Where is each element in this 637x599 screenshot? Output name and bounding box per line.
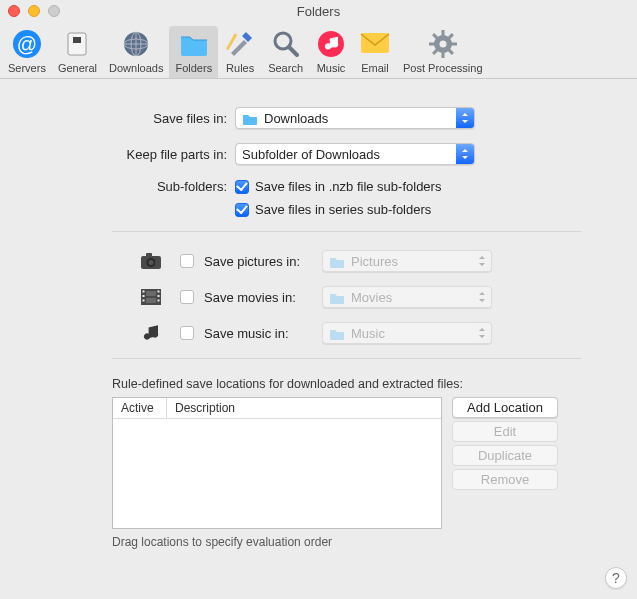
- svg-rect-35: [146, 291, 156, 296]
- pictures-value: Pictures: [351, 254, 473, 269]
- svg-rect-18: [429, 43, 435, 46]
- svg-rect-29: [143, 291, 145, 293]
- save-movies-checkbox[interactable]: [180, 290, 194, 304]
- svg-rect-16: [441, 30, 444, 36]
- save-music-label: Save music in:: [204, 326, 322, 341]
- svg-rect-19: [451, 43, 457, 46]
- save-files-value: Downloads: [264, 111, 456, 126]
- rules-table[interactable]: Active Description: [112, 397, 442, 529]
- chevron-updown-icon: [473, 251, 491, 271]
- svg-rect-17: [441, 52, 444, 58]
- toolbar-item-folders[interactable]: Folders: [169, 26, 218, 78]
- music-value: Music: [351, 326, 473, 341]
- folder-icon: [242, 112, 258, 125]
- sub-folders-label: Sub-folders:: [0, 179, 235, 194]
- titlebar: Folders: [0, 0, 637, 22]
- svg-rect-13: [361, 33, 389, 53]
- music-note-icon: [140, 323, 162, 343]
- col-description[interactable]: Description: [167, 398, 441, 418]
- svg-rect-9: [226, 33, 237, 50]
- toolbar-item-email[interactable]: Email: [353, 26, 397, 78]
- svg-text:@: @: [17, 33, 37, 55]
- col-active[interactable]: Active: [113, 398, 167, 418]
- svg-line-11: [289, 47, 297, 55]
- toolbar-item-general[interactable]: General: [52, 26, 103, 78]
- save-files-label: Save files in:: [0, 111, 235, 126]
- keep-parts-value: Subfolder of Downloads: [242, 147, 456, 162]
- svg-rect-36: [146, 298, 156, 303]
- folder-icon: [178, 28, 210, 60]
- nzb-subfolders-label: Save files in .nzb file sub-folders: [255, 179, 441, 194]
- chevron-updown-icon: [473, 287, 491, 307]
- toolbar-item-music[interactable]: Music: [309, 26, 353, 78]
- series-subfolders-label: Save files in series sub-folders: [255, 202, 431, 217]
- remove-button: Remove: [452, 469, 558, 490]
- svg-rect-31: [143, 300, 145, 302]
- toolbar-item-search[interactable]: Search: [262, 26, 309, 78]
- toolbar-item-rules[interactable]: Rules: [218, 26, 262, 78]
- save-pictures-label: Save pictures in:: [204, 254, 322, 269]
- rules-caption: Rule-defined save locations for download…: [112, 377, 609, 391]
- add-location-button[interactable]: Add Location: [452, 397, 558, 418]
- separator: [112, 358, 581, 359]
- window-title: Folders: [0, 4, 637, 19]
- save-pictures-checkbox[interactable]: [180, 254, 194, 268]
- svg-rect-32: [158, 291, 160, 293]
- toolbar-item-servers[interactable]: @ Servers: [2, 26, 52, 78]
- help-button[interactable]: ?: [605, 567, 627, 589]
- content-pane: Save files in: Downloads Keep file parts…: [0, 79, 637, 549]
- mail-icon: [359, 28, 391, 60]
- film-icon: [140, 288, 162, 306]
- series-subfolders-checkbox[interactable]: [235, 203, 249, 217]
- globe-icon: [120, 28, 152, 60]
- toolbar-item-downloads[interactable]: Downloads: [103, 26, 169, 78]
- pictures-popup: Pictures: [322, 250, 492, 272]
- chevron-updown-icon: [473, 323, 491, 343]
- search-icon: [270, 28, 302, 60]
- svg-rect-30: [143, 295, 145, 297]
- duplicate-button: Duplicate: [452, 445, 558, 466]
- save-music-checkbox[interactable]: [180, 326, 194, 340]
- svg-rect-3: [73, 37, 81, 43]
- folder-icon: [329, 255, 345, 268]
- movies-popup: Movies: [322, 286, 492, 308]
- save-movies-label: Save movies in:: [204, 290, 322, 305]
- music-app-icon: [315, 28, 347, 60]
- svg-rect-25: [146, 253, 152, 257]
- edit-button: Edit: [452, 421, 558, 442]
- keep-parts-popup[interactable]: Subfolder of Downloads: [235, 143, 475, 165]
- svg-rect-33: [158, 295, 160, 297]
- tools-icon: [224, 28, 256, 60]
- folder-icon: [329, 291, 345, 304]
- chevron-updown-icon: [456, 108, 474, 128]
- folder-icon: [329, 327, 345, 340]
- camera-icon: [140, 252, 162, 270]
- save-files-popup[interactable]: Downloads: [235, 107, 475, 129]
- keep-parts-label: Keep file parts in:: [0, 147, 235, 162]
- movies-value: Movies: [351, 290, 473, 305]
- switch-icon: [61, 28, 93, 60]
- music-popup: Music: [322, 322, 492, 344]
- gear-icon: [427, 28, 459, 60]
- nzb-subfolders-checkbox[interactable]: [235, 180, 249, 194]
- toolbar-item-post-processing[interactable]: Post Processing: [397, 26, 488, 78]
- svg-rect-2: [68, 33, 86, 55]
- svg-point-27: [149, 260, 154, 265]
- at-sign-icon: @: [11, 28, 43, 60]
- toolbar: @ Servers General Downloads Folders Rule…: [0, 22, 637, 79]
- svg-point-15: [439, 41, 446, 48]
- rules-hint: Drag locations to specify evaluation ord…: [112, 535, 609, 549]
- chevron-updown-icon: [456, 144, 474, 164]
- svg-rect-34: [158, 300, 160, 302]
- separator: [112, 231, 581, 232]
